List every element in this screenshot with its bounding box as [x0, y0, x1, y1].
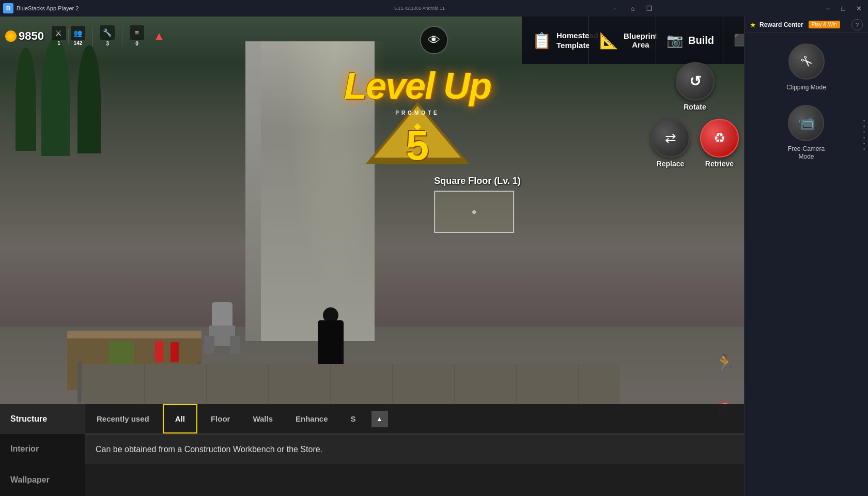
side-dots — [860, 120, 868, 150]
blueprint-icon: 📐 — [599, 32, 618, 50]
all-tab[interactable]: All — [163, 404, 197, 433]
retrieve-label: Retrieve — [705, 160, 734, 168]
runner-bottom[interactable]: 🏃 — [710, 349, 739, 377]
window-controls: ─ □ ✕ — [820, 3, 866, 14]
rotate-label: Rotate — [684, 103, 706, 111]
rotate-control: ↺ Rotate — [651, 62, 739, 111]
blueprint-area-btn[interactable]: 📐 Blueprint Area — [589, 17, 656, 64]
structure-category[interactable]: Structure — [0, 404, 85, 434]
camera-icon-circle: 📹 — [788, 105, 824, 141]
currency-display: 9850 — [5, 29, 44, 43]
alert-icon[interactable]: ▲ — [153, 29, 165, 43]
build-btn[interactable]: 📷 Build — [656, 17, 723, 64]
currency-value: 9850 — [19, 29, 44, 43]
maximize-btn[interactable]: □ — [836, 3, 850, 14]
recently-used-tab[interactable]: Recently used — [85, 404, 161, 433]
expand-tabs-btn[interactable]: ▲ — [371, 411, 388, 427]
info-text: Can be obtained from a Construction Work… — [96, 445, 322, 454]
replace-btn[interactable]: ⇄ — [651, 119, 690, 158]
reward-center-label: Reward Center — [760, 21, 803, 28]
game-controls: ↺ Rotate ⇄ Replace ♻ Retrieve — [651, 62, 739, 168]
homestead-template-btn[interactable]: 📋 HomesteadTemplate — [522, 17, 589, 64]
walls-tab[interactable]: Walls — [241, 404, 284, 433]
left-category-panel: Structure Interior Wallpaper — [0, 404, 85, 496]
item-preview: Square Floor (Lv. 1) — [434, 176, 521, 233]
reward-center-banner[interactable]: ★ Reward Center Play & Win ? — [745, 17, 868, 33]
s-tab[interactable]: S — [339, 404, 367, 433]
hud-icons: ⚔ 1 👥 142 🔧 3 ≡ 0 ▲ — [52, 25, 165, 47]
clipping-mode-btn[interactable]: ✂ Clipping Mode — [786, 43, 826, 92]
info-description-bar: Can be obtained from a Construction Work… — [85, 434, 744, 464]
level-number: 5 — [406, 125, 429, 166]
wallpaper-category[interactable]: Wallpaper — [0, 464, 85, 496]
replace-label: Replace — [657, 160, 685, 168]
replace-icon: ⇄ — [665, 130, 676, 146]
sub-tabs-container: Recently used All Floor Walls Enhance S … — [85, 404, 744, 434]
nav-copy-btn[interactable]: ❐ — [642, 0, 657, 17]
bs-panel-content: ✂ Clipping Mode 📹 Free-CameraMode — [745, 33, 868, 496]
free-camera-label: Free-CameraMode — [788, 145, 825, 161]
app-version: 5.11.42.1002 Android 11 — [394, 6, 445, 11]
bottom-panel: Structure Interior Wallpaper Recently us… — [0, 404, 744, 496]
play-win-badge: Play & Win — [809, 21, 840, 28]
floor-tab[interactable]: Floor — [199, 404, 242, 433]
retrieve-control: ♻ Retrieve — [700, 119, 739, 168]
replace-control: ⇄ Replace — [651, 119, 690, 168]
help-btn[interactable]: ? — [851, 19, 863, 30]
rotate-icon: ↺ — [689, 73, 701, 90]
nav-back-btn[interactable]: ← — [609, 0, 624, 17]
minimize-btn[interactable]: ─ — [820, 3, 835, 14]
item-preview-box — [434, 191, 514, 233]
main-bottom-content: Recently used All Floor Walls Enhance S … — [85, 404, 744, 496]
enhance-tab[interactable]: Enhance — [284, 404, 339, 433]
expand-arrow-icon: ▲ — [377, 415, 383, 423]
interior-category[interactable]: Interior — [0, 434, 85, 464]
bluestacks-sidebar: ★ Reward Center Play & Win ? ✂ Clipping … — [744, 17, 868, 496]
reward-star-icon: ★ — [750, 21, 756, 29]
level-up-title: Level Up — [335, 67, 500, 104]
title-bar: B BlueStacks App Player 2 5.11.42.1002 A… — [0, 0, 868, 17]
top-right-toolbar: 📋 HomesteadTemplate 📐 Blueprint Area 📷 B… — [522, 17, 744, 64]
hud-icon-2: 🔧 3 — [100, 25, 115, 47]
promote-diamond: PROMOTE ◆ 5 — [355, 102, 479, 174]
nav-home-btn[interactable]: ⌂ — [626, 0, 640, 17]
currency-icon — [5, 30, 17, 42]
build-camera-icon: 📷 — [667, 33, 683, 49]
clipping-icon: ✂ — [796, 51, 817, 72]
close-btn[interactable]: ✕ — [851, 3, 866, 14]
item-name: Square Floor (Lv. 1) — [434, 176, 521, 187]
eye-icon: 👁 — [428, 33, 440, 48]
clipping-icon-circle: ✂ — [788, 43, 825, 80]
eye-button[interactable]: 👁 — [420, 26, 448, 54]
build-label: Build — [688, 35, 714, 47]
hud-icon-1: ⚔ 1 👥 142 — [52, 26, 85, 46]
free-camera-mode-btn[interactable]: 📹 Free-CameraMode — [788, 105, 825, 161]
rotate-btn[interactable]: ↺ — [676, 62, 715, 101]
retrieve-icon: ♻ — [714, 130, 725, 146]
homestead-icon: 📋 — [532, 32, 551, 50]
app-icon: B — [3, 3, 13, 13]
blueprint-label: Blueprint Area — [624, 32, 658, 49]
clipping-mode-label: Clipping Mode — [786, 84, 826, 92]
app-name: BlueStacks App Player 2 — [17, 5, 392, 11]
item-dot — [472, 210, 476, 214]
promote-text: PROMOTE — [395, 110, 440, 116]
level-up-overlay: Level Up PROMOTE ◆ 5 — [335, 67, 500, 174]
hud-icon-3: ≡ 0 — [130, 25, 144, 47]
retrieve-btn[interactable]: ♻ — [700, 119, 739, 158]
camera-icon: 📹 — [797, 114, 815, 131]
